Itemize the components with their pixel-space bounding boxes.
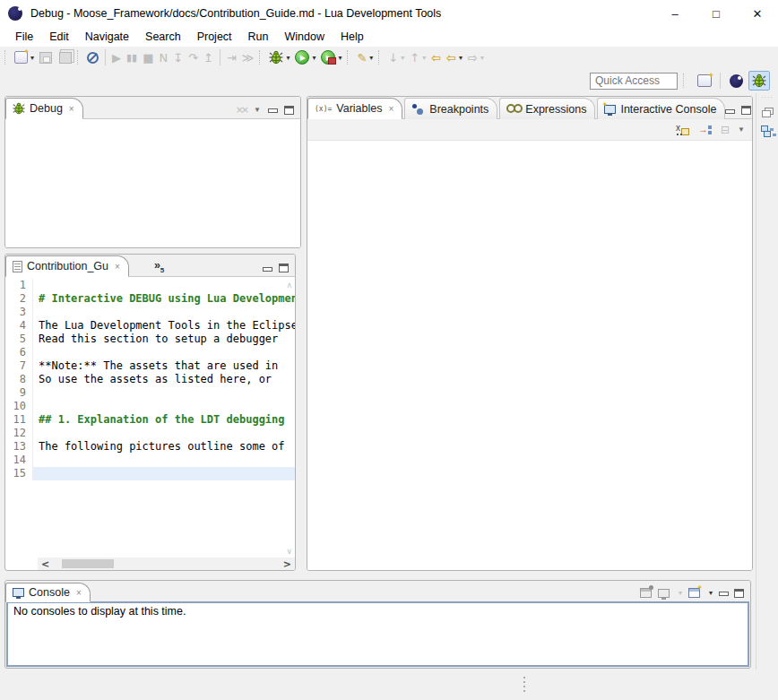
tab-breakpoints[interactable]: Breakpoints: [404, 98, 497, 119]
step-into-button[interactable]: ↧: [171, 48, 185, 67]
next-annotation-button[interactable]: ↓ ▾: [386, 48, 406, 67]
resume-button[interactable]: ▶: [110, 48, 123, 67]
editor-line[interactable]: 12: [5, 427, 295, 440]
editor-line[interactable]: 14: [5, 454, 295, 467]
line-text[interactable]: The Lua Development Tools in the Eclipse: [32, 319, 295, 333]
line-number[interactable]: 11: [5, 413, 32, 427]
step-over-button[interactable]: ↷: [186, 48, 200, 67]
minimize-view-icon[interactable]: [719, 589, 728, 597]
close-icon[interactable]: ×: [76, 588, 82, 598]
editor-line[interactable]: 8So use the assets as listed here, or: [5, 373, 295, 386]
editor-line[interactable]: 1: [5, 279, 295, 292]
line-number[interactable]: 2: [5, 292, 32, 306]
editor-line[interactable]: 9: [5, 386, 295, 400]
line-number[interactable]: 5: [5, 333, 32, 346]
step-into-selection-button[interactable]: ≫: [240, 48, 256, 67]
dropdown-arrow-icon[interactable]: ▾: [679, 589, 682, 597]
editor-horizontal-scrollbar[interactable]: < >: [38, 557, 295, 570]
menu-edit[interactable]: Edit: [41, 29, 77, 45]
scroll-left-arrow[interactable]: <: [41, 558, 49, 570]
lua-perspective-button[interactable]: [725, 71, 747, 91]
debug-perspective-button[interactable]: [748, 71, 770, 91]
line-text[interactable]: [32, 386, 295, 400]
editor-line[interactable]: 15: [5, 467, 295, 480]
debug-button[interactable]: ▾: [267, 48, 291, 67]
disconnect-button[interactable]: N: [157, 48, 169, 67]
quick-access-input[interactable]: [590, 73, 678, 90]
minimize-view-icon[interactable]: [268, 106, 277, 114]
dropdown-arrow-icon[interactable]: ▾: [312, 54, 316, 62]
close-button[interactable]: ✕: [737, 0, 778, 27]
menu-window[interactable]: Window: [277, 29, 333, 45]
external-tools-button[interactable]: ▶ ▾: [319, 48, 343, 67]
trim-drag-handle[interactable]: ····: [761, 96, 773, 99]
dropdown-arrow-icon[interactable]: ▾: [422, 54, 426, 62]
line-number[interactable]: 10: [5, 400, 32, 413]
show-logical-structures-icon[interactable]: →: [698, 124, 713, 135]
tab-expressions[interactable]: Expressions: [499, 98, 595, 119]
dropdown-arrow-icon[interactable]: ▾: [480, 54, 484, 62]
dropdown-arrow-icon[interactable]: ▾: [338, 54, 341, 62]
line-number[interactable]: 3: [5, 306, 32, 319]
menu-project[interactable]: Project: [189, 29, 240, 45]
remove-terminated-launches-icon[interactable]: ××: [236, 105, 246, 115]
line-text[interactable]: Read this section to setup a debugger: [32, 333, 295, 346]
maximize-view-icon[interactable]: [734, 589, 744, 598]
more-editors-chevron[interactable]: »5: [154, 259, 164, 274]
back-button[interactable]: ⇦ ▾: [445, 48, 464, 67]
line-number[interactable]: 4: [5, 319, 32, 333]
editor-line[interactable]: 11## 1. Explanation of the LDT debugging: [5, 413, 295, 427]
line-text[interactable]: [32, 467, 295, 480]
menu-search[interactable]: Search: [137, 29, 189, 45]
line-number[interactable]: 1: [5, 279, 32, 292]
tab-contribution-guide[interactable]: Contribution_Gu ×: [5, 255, 129, 277]
line-text[interactable]: The following pictures outline some of: [32, 440, 295, 454]
scrollbar-track[interactable]: [53, 559, 280, 568]
line-text[interactable]: [32, 346, 295, 359]
console-content[interactable]: No consoles to display at this time.: [6, 601, 749, 667]
restore-view-icon[interactable]: [762, 108, 774, 117]
maximize-view-icon[interactable]: [284, 106, 294, 115]
minimize-view-icon[interactable]: [725, 107, 734, 115]
collapse-all-icon[interactable]: ⊟: [721, 125, 730, 135]
menu-file[interactable]: File: [7, 29, 41, 45]
line-text[interactable]: [32, 279, 295, 292]
line-number[interactable]: 7: [5, 359, 32, 373]
save-button[interactable]: [38, 48, 54, 67]
last-edit-location-button[interactable]: ⇦: [429, 48, 443, 67]
line-number[interactable]: 13: [5, 440, 32, 454]
open-perspective-button[interactable]: [694, 71, 715, 91]
editor-line[interactable]: 4The Lua Development Tools in the Eclips…: [5, 319, 295, 333]
minimize-view-icon[interactable]: [263, 264, 272, 272]
line-number[interactable]: 6: [5, 346, 32, 359]
new-wizard-button[interactable]: ▾: [13, 48, 36, 67]
status-drag-handle[interactable]: [523, 677, 525, 693]
editor-line[interactable]: 5Read this section to setup a debugger: [5, 333, 295, 346]
terminate-button[interactable]: ■: [141, 48, 155, 67]
dropdown-arrow-icon[interactable]: ▾: [401, 54, 404, 62]
line-text[interactable]: [32, 306, 295, 319]
line-text[interactable]: [32, 427, 295, 440]
line-number[interactable]: 12: [5, 427, 32, 440]
maximize-view-icon[interactable]: [279, 264, 289, 272]
line-text[interactable]: [32, 400, 295, 413]
line-number[interactable]: 14: [5, 454, 32, 467]
tab-variables[interactable]: (x)= Variables ×: [307, 98, 402, 119]
minimize-button[interactable]: –: [654, 0, 696, 27]
pin-console-icon[interactable]: [640, 588, 652, 598]
maximize-view-icon[interactable]: [741, 106, 751, 115]
minimized-outline-view-icon[interactable]: [761, 125, 774, 137]
line-number[interactable]: 8: [5, 373, 32, 386]
display-selected-console-icon[interactable]: [658, 589, 670, 598]
use-step-filters-button[interactable]: ⇥: [225, 48, 238, 67]
suspend-button[interactable]: ▮▮: [125, 48, 139, 67]
editor-line[interactable]: 10: [5, 400, 295, 413]
maximize-button[interactable]: □: [696, 0, 737, 27]
save-all-button[interactable]: [56, 48, 73, 67]
dropdown-arrow-icon[interactable]: ▾: [30, 54, 34, 62]
editor-line[interactable]: 13The following pictures outline some of: [5, 440, 295, 454]
line-text[interactable]: ## 1. Explanation of the LDT debugging: [32, 413, 295, 427]
editor-line[interactable]: 7**Note:** The assets that are used in: [5, 359, 295, 373]
close-icon[interactable]: ×: [388, 104, 393, 114]
line-text[interactable]: [32, 454, 295, 467]
